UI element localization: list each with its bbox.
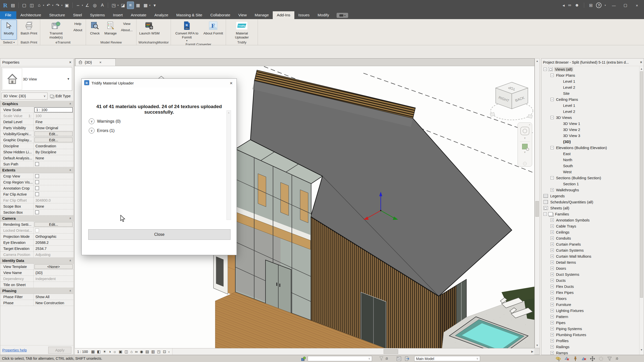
minimize-window[interactable]: — [608, 2, 619, 9]
tree-item-level-1[interactable]: Level 1 [541, 102, 644, 108]
ribbon-panel-label[interactable]: Model Review [86, 39, 136, 45]
properties-help-link[interactable]: Properties help [2, 348, 27, 352]
expand-icon[interactable]: + [550, 267, 554, 270]
undo-icon[interactable]: ↶ [45, 2, 52, 9]
collapse-icon[interactable]: − [550, 146, 554, 149]
expand-icon[interactable]: + [550, 339, 554, 342]
property-value-text[interactable]: Fine [34, 120, 42, 124]
type-selector[interactable]: 3D View ▼ [2, 67, 72, 91]
property-group-camera[interactable]: Camera« [0, 215, 73, 221]
expand-icon[interactable]: + [550, 351, 554, 354]
scroll-up-icon[interactable]: ▲ [536, 59, 538, 63]
property-value-text[interactable]: 2534.7 [34, 247, 47, 251]
expand-icon[interactable]: + [550, 303, 554, 306]
show-analytical-model-icon[interactable]: ▥ [151, 349, 155, 354]
zoom-icon[interactable] [522, 144, 528, 149]
tree-item-annotation-symbols[interactable]: +Annotation Symbols [541, 217, 644, 223]
material-uploader-button[interactable]: TridifyMaterial Uploader [227, 20, 257, 40]
chevron-down-icon[interactable]: ▼ [524, 151, 526, 154]
chevron-down-icon[interactable]: ▼ [67, 77, 72, 81]
view-scale-control[interactable]: 1 : 100 [77, 350, 88, 354]
property-value-text[interactable]: Coordination [34, 144, 56, 148]
visibility-graphi-edit-button[interactable]: Edit... [34, 131, 73, 136]
viewcube[interactable]: TOP RIGHT BACK [488, 78, 534, 122]
scroll-right-icon[interactable]: ▶ [531, 348, 533, 355]
checkbox[interactable] [35, 229, 39, 232]
close-icon[interactable]: × [228, 80, 234, 86]
redo-icon[interactable]: ↷ [54, 2, 61, 9]
tree-item-floor-plans[interactable]: −Floor Plans [541, 72, 644, 78]
switch-windows-icon[interactable]: ▩ [142, 2, 149, 9]
collapse-icon[interactable]: « [69, 290, 72, 292]
default-3d-view-icon[interactable]: ◳ [110, 2, 117, 9]
tree-item-curtain-systems[interactable]: +Curtain Systems [541, 247, 644, 253]
tree-item-views-all[interactable]: −Views (all) [541, 66, 644, 72]
drag-elements-on-selection-icon[interactable] [590, 356, 595, 361]
collapse-icon[interactable]: « [69, 260, 72, 261]
tree-item-pipes[interactable]: +Pipes [541, 320, 644, 326]
collapse-icon[interactable]: − [523, 162, 527, 165]
chevron-down-icon[interactable]: ▾ [52, 4, 54, 7]
tree-item-sections-building-section[interactable]: −Sections (Building Section) [541, 175, 644, 181]
tab-modify[interactable]: Modify [314, 11, 333, 19]
show-crop-region-icon[interactable]: ◫ [125, 349, 128, 354]
checkbox[interactable] [35, 210, 39, 214]
background-processes-icon[interactable] [598, 356, 604, 361]
tab-systems[interactable]: Systems [86, 11, 109, 19]
navigation-bar[interactable]: × ▼ ▼ − [518, 122, 532, 167]
tree-item-east[interactable]: East [541, 151, 644, 157]
tree-item-3d-view-3[interactable]: 3D View 3 [541, 132, 644, 139]
selection-filter-icon[interactable] [607, 356, 612, 361]
tree-item-detail-items[interactable]: +Detail Items [541, 259, 644, 265]
property-value-text[interactable]: None [34, 204, 44, 208]
property-group-identity-data[interactable]: Identity Data« [0, 258, 73, 264]
tree-item-elevations-building-elevation[interactable]: −Elevations (Building Elevation) [541, 145, 644, 151]
close-icon[interactable]: × [99, 60, 101, 64]
select-links-icon[interactable] [556, 356, 561, 361]
help-button[interactable]: Help [72, 21, 83, 26]
expand-icon[interactable]: + [550, 327, 554, 330]
expand-icon[interactable]: + [550, 273, 554, 276]
reveal-constraints-icon[interactable]: ⊡ [163, 349, 166, 354]
expand-icon[interactable]: + [550, 249, 554, 252]
chevron-down-icon[interactable]: ▾ [43, 4, 44, 7]
collapse-icon[interactable]: − [543, 212, 547, 216]
ribbon-panel-label[interactable]: WorksharingMonitor [136, 39, 171, 45]
expand-icon[interactable]: + [550, 315, 554, 318]
instance-combo[interactable]: 3D View: {3D} ∨ [2, 93, 48, 100]
properties-window-icon[interactable]: ▤ [10, 2, 16, 9]
tree-item-walkthroughs[interactable]: +Walkthroughs [541, 187, 644, 193]
tree-item-level-1[interactable]: Level 1 [541, 78, 644, 84]
tree-item-south[interactable]: South [541, 163, 644, 169]
thin-lines-icon[interactable]: ≡ [127, 2, 134, 9]
tree-item-schedules-quantities-all[interactable]: Schedules/Quantities (all) [541, 199, 644, 205]
ribbon-panel-label[interactable]: Tridify [226, 40, 258, 45]
apply-button[interactable]: Apply [48, 347, 71, 354]
collapse-icon[interactable]: − [550, 116, 554, 119]
expand-icon[interactable]: + [550, 279, 554, 282]
close-icon[interactable]: × [527, 123, 532, 127]
help-icon[interactable]: ? [596, 3, 602, 8]
collapse-view-control-bar-icon[interactable]: ‹ [168, 349, 170, 354]
tree-item-curtain-wall-mullions[interactable]: +Curtain Wall Mullions [541, 253, 644, 259]
tree-item-conduits[interactable]: +Conduits [541, 235, 644, 241]
viewport-horizontal-scrollbar[interactable]: ▶ [172, 348, 534, 355]
batch-print-button[interactable]: Batch Print [19, 20, 39, 39]
aligned-dimension-icon[interactable]: ∠ [84, 2, 90, 9]
chevron-down-icon[interactable]: ▾ [605, 4, 606, 7]
scroll-up-icon[interactable]: ▲ [639, 66, 643, 71]
expand-icon[interactable]: + [550, 237, 554, 240]
checkbox[interactable] [35, 186, 39, 190]
collapse-icon[interactable]: « [69, 217, 72, 219]
tab-massing-site[interactable]: Massing & Site [172, 11, 206, 19]
expand-icon[interactable]: + [550, 297, 554, 300]
property-value-text[interactable]: Adjusting [34, 253, 51, 257]
collapse-icon[interactable]: − [543, 68, 547, 71]
about-formit-button[interactable]: FAbout FormIt [202, 20, 225, 42]
tree-item-3d-view-2[interactable]: 3D View 2 [541, 126, 644, 132]
browser-scrollbar[interactable]: ▲ ▼ [639, 66, 643, 355]
home-view-icon[interactable]: ⌂ [36, 2, 42, 9]
tab-architecture[interactable]: Architecture [16, 11, 45, 19]
chevron-down-icon[interactable]: ▾ [186, 39, 188, 42]
tab-view[interactable]: View [234, 11, 251, 19]
